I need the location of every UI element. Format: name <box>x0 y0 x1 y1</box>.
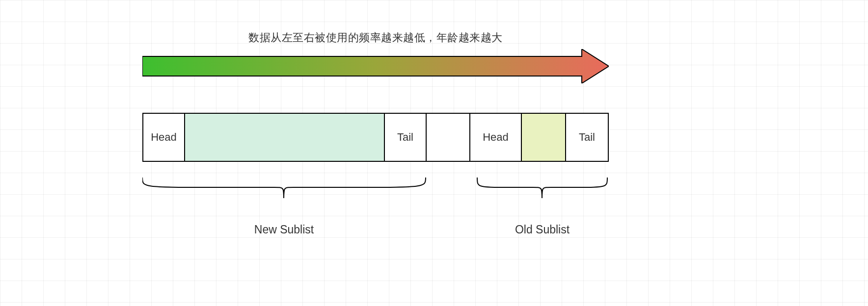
old-body-cell <box>522 114 566 161</box>
old-sublist-brace <box>477 178 607 198</box>
sublist-row: Head Tail Head Tail <box>142 113 609 162</box>
old-sublist-label: Old Sublist <box>477 223 607 236</box>
old-tail-cell: Tail <box>566 114 608 161</box>
brace-group <box>142 173 609 212</box>
new-sublist-brace <box>142 178 426 198</box>
gradient-arrow <box>142 49 609 83</box>
svg-marker-0 <box>142 49 609 83</box>
old-head-cell: Head <box>470 114 522 161</box>
new-sublist-label: New Sublist <box>142 223 426 236</box>
caption-text: 数据从左至右被使用的频率越来越低，年龄越来越大 <box>142 30 609 45</box>
spacer-cell <box>427 114 470 161</box>
new-head-cell: Head <box>143 114 185 161</box>
new-body-cell <box>185 114 385 161</box>
new-tail-cell: Tail <box>385 114 427 161</box>
